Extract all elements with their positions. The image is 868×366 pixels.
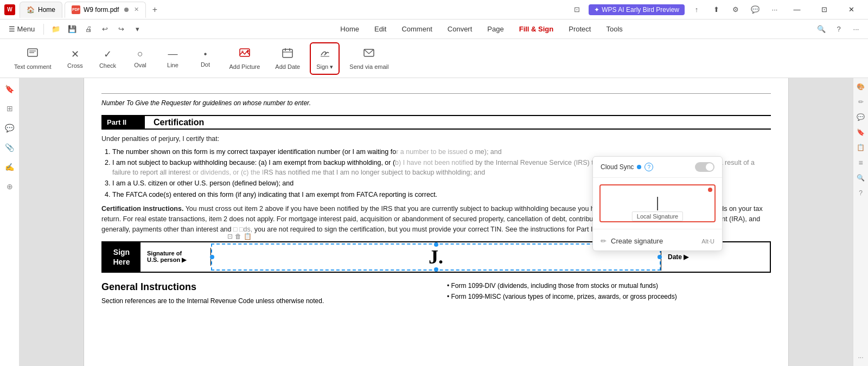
- send-email-tool[interactable]: Send via email: [344, 43, 394, 73]
- edit-pen-icon[interactable]: ✏: [856, 97, 866, 107]
- sidebar-layers-icon[interactable]: ⊕: [3, 180, 16, 193]
- sidebar-signature-icon[interactable]: ✍: [3, 160, 16, 174]
- bullet-item-1: • Form 1099-DIV (dividends, including th…: [447, 281, 771, 291]
- cert-item-1: The number shown on this form is my corr…: [112, 147, 771, 157]
- oval-tool[interactable]: ○ Oval: [126, 45, 154, 72]
- pdf-scroll-area[interactable]: Number To Give the Requester for guideli…: [20, 78, 853, 366]
- general-instructions-title: General Instructions: [101, 281, 425, 293]
- pdf-tab-icon: PDF: [72, 5, 80, 14]
- cloud-sync-toggle[interactable]: [695, 162, 714, 172]
- cross-tool[interactable]: ✕ Cross: [61, 45, 89, 72]
- handle-left[interactable]: [210, 255, 214, 259]
- far-bookmark-icon[interactable]: 🔖: [856, 127, 866, 138]
- dot-tool[interactable]: • Dot: [191, 46, 219, 71]
- far-copy-icon[interactable]: 📋: [856, 142, 866, 153]
- close-button[interactable]: ✕: [839, 0, 864, 20]
- far-comment-icon[interactable]: 💬: [856, 112, 866, 123]
- open-folder-icon[interactable]: 📁: [48, 22, 63, 37]
- tab-w9pdf[interactable]: PDF W9 form.pdf ✕: [65, 2, 146, 18]
- local-signature-label: Local Signature: [632, 211, 683, 221]
- sign-here-label2: Here: [113, 258, 130, 266]
- settings-icon[interactable]: ⚙: [728, 2, 743, 17]
- window-mode-button[interactable]: ⊡: [569, 2, 584, 17]
- redo-button[interactable]: ↪: [113, 22, 129, 37]
- col-right: • Form 1099-DIV (dividends, including th…: [447, 281, 771, 306]
- home-tab-icon: 🏠: [27, 6, 35, 14]
- bullet-item-2: • Form 1099-MISC (various types of incom…: [447, 292, 771, 301]
- field-toolbar: ⊡ 🗑 📋: [227, 233, 252, 240]
- wps-ai-icon: ✦: [594, 6, 599, 14]
- part2-header: Part II Certification: [101, 115, 771, 130]
- tab-close-button[interactable]: ✕: [134, 6, 139, 13]
- far-search-icon[interactable]: 🔍: [856, 172, 866, 183]
- sidebar-comment-icon[interactable]: 💬: [3, 121, 16, 134]
- part2-title: Certification: [145, 118, 204, 127]
- add-picture-tool[interactable]: Add Picture: [224, 43, 265, 73]
- menu-comment[interactable]: Comment: [395, 23, 438, 35]
- menubar: ☰ Menu 📁 💾 🖨 ↩ ↪ ▾ Home Edit Comment Con…: [0, 20, 868, 39]
- handle-bottom[interactable]: [434, 267, 438, 272]
- home-tab-label: Home: [38, 6, 55, 14]
- menu-fill-sign[interactable]: Fill & Sign: [513, 23, 560, 35]
- sign-here-box: Sign Here: [103, 242, 141, 272]
- create-sig-shortcut: Alt·U: [701, 238, 714, 245]
- check-tool[interactable]: ✓ Check: [93, 45, 122, 72]
- menubar-divider-1: [43, 24, 44, 35]
- sidebar-bookmark-icon[interactable]: 🔖: [3, 82, 16, 95]
- quick-access-dropdown[interactable]: ▾: [130, 22, 145, 37]
- text-comment-icon: [27, 47, 39, 61]
- sidebar-left: 🔖 ⊞ 💬 📎 ✍ ⊕: [0, 78, 20, 366]
- undo-button[interactable]: ↩: [97, 22, 112, 37]
- cloud-sync-text: Cloud Sync: [601, 163, 634, 171]
- menu-home[interactable]: Home: [334, 23, 366, 35]
- menu-edit[interactable]: Edit: [368, 23, 393, 35]
- menu-convert[interactable]: Convert: [441, 23, 479, 35]
- save-icon[interactable]: 💾: [65, 22, 80, 37]
- more-icon[interactable]: ···: [767, 2, 782, 17]
- help-icon[interactable]: ?: [831, 22, 846, 37]
- far-list-icon[interactable]: ≡: [856, 157, 866, 168]
- upload-icon[interactable]: ⬆: [709, 2, 724, 17]
- print-icon[interactable]: 🖨: [81, 22, 96, 37]
- dropdown-divider: [593, 229, 722, 229]
- resize-icon[interactable]: ⊡: [227, 233, 233, 240]
- menu-page[interactable]: Page: [481, 23, 510, 35]
- copy-field-icon[interactable]: 📋: [244, 233, 252, 240]
- wps-ai-button[interactable]: ✦ WPS AI Early Bird Preview: [589, 4, 685, 15]
- line-tool[interactable]: — Line: [158, 45, 187, 72]
- intro-note: Number To Give the Requester for guideli…: [101, 99, 771, 107]
- signature-preview-box[interactable]: | Local Signature: [599, 184, 716, 222]
- search-icon[interactable]: 🔍: [814, 22, 829, 37]
- send-email-icon: [363, 47, 375, 61]
- far-help-icon[interactable]: ?: [856, 188, 866, 198]
- general-instructions-content: General Instructions Section references …: [101, 281, 771, 306]
- sidebar-attachment-icon[interactable]: 📎: [3, 141, 16, 154]
- text-comment-tool[interactable]: Text comment: [9, 43, 56, 73]
- sign-tool[interactable]: Sign ▾: [310, 42, 340, 75]
- handle-top[interactable]: [434, 242, 438, 247]
- color-picker-icon[interactable]: 🎨: [856, 81, 866, 92]
- add-date-tool[interactable]: Add Date: [270, 43, 305, 73]
- menu-items: Home Edit Comment Convert Page Fill & Si…: [151, 23, 812, 35]
- handle-right[interactable]: [658, 255, 662, 259]
- menu-button[interactable]: ☰ Menu: [4, 23, 39, 35]
- add-tab-button[interactable]: +: [148, 3, 161, 16]
- menu-tools[interactable]: Tools: [599, 23, 629, 35]
- tab-home[interactable]: 🏠 Home: [20, 2, 62, 18]
- cross-icon: ✕: [71, 48, 79, 60]
- line-label: Line: [167, 62, 178, 68]
- main-area: 🔖 ⊞ 💬 📎 ✍ ⊕ Number To Give the Requester…: [0, 78, 868, 366]
- titlebar: W 🏠 Home PDF W9 form.pdf ✕ + ⊡ ✦ WPS AI …: [0, 0, 868, 20]
- minimize-button[interactable]: —: [784, 0, 809, 20]
- more-options-icon[interactable]: ···: [848, 22, 864, 37]
- delete-field-icon[interactable]: 🗑: [235, 233, 241, 240]
- cloud-sync-dot: [637, 165, 641, 169]
- share-icon[interactable]: ↑: [689, 2, 704, 17]
- chat-icon[interactable]: 💬: [748, 2, 763, 17]
- sidebar-pages-icon[interactable]: ⊞: [3, 102, 16, 115]
- menu-protect[interactable]: Protect: [562, 23, 597, 35]
- cloud-sync-help-icon[interactable]: ?: [644, 163, 653, 171]
- create-signature-action[interactable]: ✏ Create signature Alt·U: [593, 232, 722, 251]
- restore-button[interactable]: ⊡: [812, 0, 837, 20]
- far-more-icon[interactable]: ···: [856, 352, 866, 363]
